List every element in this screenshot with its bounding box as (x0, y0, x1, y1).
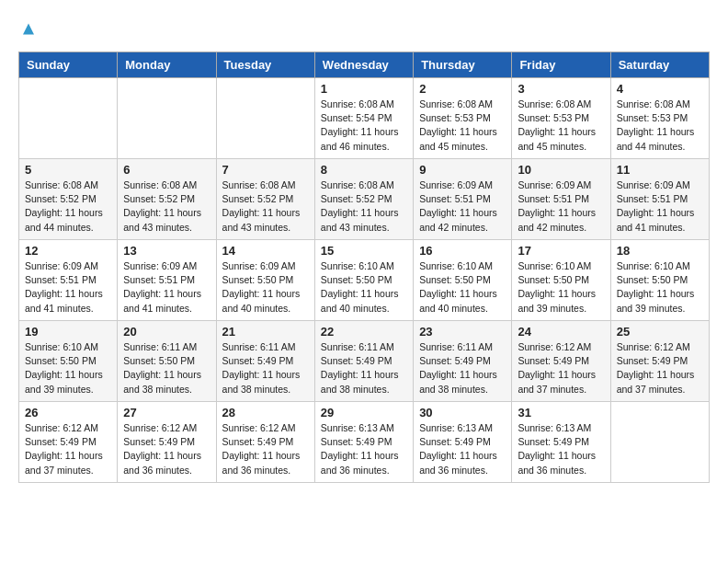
day-info: Sunrise: 6:10 AM Sunset: 5:50 PM Dayligh… (518, 259, 604, 316)
logo (18, 18, 37, 42)
day-number: 9 (419, 163, 506, 177)
calendar-cell: 27Sunrise: 6:12 AM Sunset: 5:49 PM Dayli… (118, 402, 216, 483)
logo-icon (20, 22, 37, 39)
calendar-cell: 18Sunrise: 6:10 AM Sunset: 5:50 PM Dayli… (610, 240, 709, 321)
day-number: 27 (123, 406, 210, 419)
day-info: Sunrise: 6:08 AM Sunset: 5:52 PM Dayligh… (321, 178, 407, 235)
calendar-cell: 17Sunrise: 6:10 AM Sunset: 5:50 PM Dayli… (512, 240, 610, 321)
calendar-cell: 11Sunrise: 6:09 AM Sunset: 5:51 PM Dayli… (610, 159, 709, 240)
day-number: 2 (419, 82, 506, 96)
calendar-cell: 13Sunrise: 6:09 AM Sunset: 5:51 PM Dayli… (118, 240, 216, 321)
calendar-cell: 4Sunrise: 6:08 AM Sunset: 5:53 PM Daylig… (610, 78, 709, 159)
day-number: 19 (25, 325, 111, 339)
day-number: 12 (25, 244, 111, 258)
day-info: Sunrise: 6:08 AM Sunset: 5:53 PM Dayligh… (518, 98, 604, 154)
day-number: 21 (222, 325, 309, 339)
day-number: 28 (222, 406, 309, 419)
calendar-cell: 3Sunrise: 6:08 AM Sunset: 5:53 PM Daylig… (512, 78, 610, 159)
calendar-cell: 6Sunrise: 6:08 AM Sunset: 5:52 PM Daylig… (118, 159, 216, 240)
calendar-cell: 25Sunrise: 6:12 AM Sunset: 5:49 PM Dayli… (610, 321, 709, 402)
day-number: 31 (518, 406, 604, 419)
day-number: 14 (222, 244, 309, 258)
calendar-cell: 14Sunrise: 6:09 AM Sunset: 5:50 PM Dayli… (216, 240, 314, 321)
calendar-week-row: 26Sunrise: 6:12 AM Sunset: 5:49 PM Dayli… (19, 402, 710, 483)
calendar-cell (118, 78, 216, 159)
day-info: Sunrise: 6:08 AM Sunset: 5:53 PM Dayligh… (419, 98, 506, 154)
day-info: Sunrise: 6:08 AM Sunset: 5:52 PM Dayligh… (222, 178, 309, 235)
day-info: Sunrise: 6:12 AM Sunset: 5:49 PM Dayligh… (123, 421, 210, 477)
day-info: Sunrise: 6:09 AM Sunset: 5:51 PM Dayligh… (419, 178, 506, 235)
calendar-cell: 31Sunrise: 6:13 AM Sunset: 5:49 PM Dayli… (512, 402, 610, 483)
day-number: 29 (321, 406, 407, 419)
calendar-week-row: 1Sunrise: 6:08 AM Sunset: 5:54 PM Daylig… (19, 78, 710, 159)
calendar-cell: 26Sunrise: 6:12 AM Sunset: 5:49 PM Dayli… (19, 402, 118, 483)
calendar-cell: 19Sunrise: 6:10 AM Sunset: 5:50 PM Dayli… (19, 321, 118, 402)
day-info: Sunrise: 6:10 AM Sunset: 5:50 PM Dayligh… (321, 259, 407, 316)
day-number: 25 (617, 325, 703, 339)
day-number: 13 (123, 244, 210, 258)
day-info: Sunrise: 6:08 AM Sunset: 5:53 PM Dayligh… (617, 98, 703, 154)
day-header-wednesday: Wednesday (314, 52, 413, 78)
day-number: 5 (25, 163, 111, 177)
svg-marker-0 (23, 24, 34, 35)
day-info: Sunrise: 6:08 AM Sunset: 5:52 PM Dayligh… (25, 178, 111, 235)
day-number: 3 (518, 82, 604, 96)
day-header-monday: Monday (118, 52, 216, 78)
day-number: 17 (518, 244, 604, 258)
calendar-table: SundayMondayTuesdayWednesdayThursdayFrid… (18, 52, 710, 483)
day-header-saturday: Saturday (610, 52, 709, 78)
calendar-cell: 16Sunrise: 6:10 AM Sunset: 5:50 PM Dayli… (414, 240, 512, 321)
day-header-thursday: Thursday (414, 52, 512, 78)
calendar-cell: 15Sunrise: 6:10 AM Sunset: 5:50 PM Dayli… (314, 240, 413, 321)
day-info: Sunrise: 6:08 AM Sunset: 5:52 PM Dayligh… (123, 178, 210, 235)
day-number: 15 (321, 244, 407, 258)
day-info: Sunrise: 6:09 AM Sunset: 5:50 PM Dayligh… (222, 259, 309, 316)
day-number: 7 (222, 163, 309, 177)
day-header-friday: Friday (512, 52, 610, 78)
day-info: Sunrise: 6:12 AM Sunset: 5:49 PM Dayligh… (617, 340, 703, 396)
calendar-cell: 8Sunrise: 6:08 AM Sunset: 5:52 PM Daylig… (314, 159, 413, 240)
calendar-week-row: 19Sunrise: 6:10 AM Sunset: 5:50 PM Dayli… (19, 321, 710, 402)
day-info: Sunrise: 6:13 AM Sunset: 5:49 PM Dayligh… (518, 421, 604, 477)
calendar-week-row: 12Sunrise: 6:09 AM Sunset: 5:51 PM Dayli… (19, 240, 710, 321)
day-info: Sunrise: 6:10 AM Sunset: 5:50 PM Dayligh… (617, 259, 703, 316)
day-number: 10 (518, 163, 604, 177)
calendar-cell: 20Sunrise: 6:11 AM Sunset: 5:50 PM Dayli… (118, 321, 216, 402)
day-info: Sunrise: 6:11 AM Sunset: 5:49 PM Dayligh… (321, 340, 407, 396)
day-number: 6 (123, 163, 210, 177)
day-number: 24 (518, 325, 604, 339)
day-number: 20 (123, 325, 210, 339)
day-info: Sunrise: 6:09 AM Sunset: 5:51 PM Dayligh… (617, 178, 703, 235)
day-number: 18 (617, 244, 703, 258)
day-info: Sunrise: 6:11 AM Sunset: 5:49 PM Dayligh… (222, 340, 309, 396)
calendar-cell (19, 78, 118, 159)
day-info: Sunrise: 6:10 AM Sunset: 5:50 PM Dayligh… (419, 259, 506, 316)
day-info: Sunrise: 6:08 AM Sunset: 5:54 PM Dayligh… (321, 98, 407, 154)
day-info: Sunrise: 6:09 AM Sunset: 5:51 PM Dayligh… (518, 178, 604, 235)
day-number: 8 (321, 163, 407, 177)
day-info: Sunrise: 6:11 AM Sunset: 5:49 PM Dayligh… (419, 340, 506, 396)
calendar-cell: 30Sunrise: 6:13 AM Sunset: 5:49 PM Dayli… (414, 402, 512, 483)
calendar-cell: 21Sunrise: 6:11 AM Sunset: 5:49 PM Dayli… (216, 321, 314, 402)
day-number: 26 (25, 406, 111, 419)
calendar-cell: 28Sunrise: 6:12 AM Sunset: 5:49 PM Dayli… (216, 402, 314, 483)
day-number: 16 (419, 244, 506, 258)
calendar-week-row: 5Sunrise: 6:08 AM Sunset: 5:52 PM Daylig… (19, 159, 710, 240)
calendar-cell: 9Sunrise: 6:09 AM Sunset: 5:51 PM Daylig… (414, 159, 512, 240)
day-number: 11 (617, 163, 703, 177)
day-info: Sunrise: 6:10 AM Sunset: 5:50 PM Dayligh… (25, 340, 111, 396)
calendar-cell: 23Sunrise: 6:11 AM Sunset: 5:49 PM Dayli… (414, 321, 512, 402)
calendar-cell: 12Sunrise: 6:09 AM Sunset: 5:51 PM Dayli… (19, 240, 118, 321)
day-number: 30 (419, 406, 506, 419)
day-number: 22 (321, 325, 407, 339)
day-info: Sunrise: 6:09 AM Sunset: 5:51 PM Dayligh… (123, 259, 210, 316)
calendar-cell (216, 78, 314, 159)
calendar-header-row: SundayMondayTuesdayWednesdayThursdayFrid… (19, 52, 710, 78)
calendar-cell: 1Sunrise: 6:08 AM Sunset: 5:54 PM Daylig… (314, 78, 413, 159)
day-info: Sunrise: 6:09 AM Sunset: 5:51 PM Dayligh… (25, 259, 111, 316)
day-header-sunday: Sunday (19, 52, 118, 78)
day-info: Sunrise: 6:13 AM Sunset: 5:49 PM Dayligh… (321, 421, 407, 477)
day-header-tuesday: Tuesday (216, 52, 314, 78)
day-number: 4 (617, 82, 703, 96)
day-number: 1 (321, 82, 407, 96)
